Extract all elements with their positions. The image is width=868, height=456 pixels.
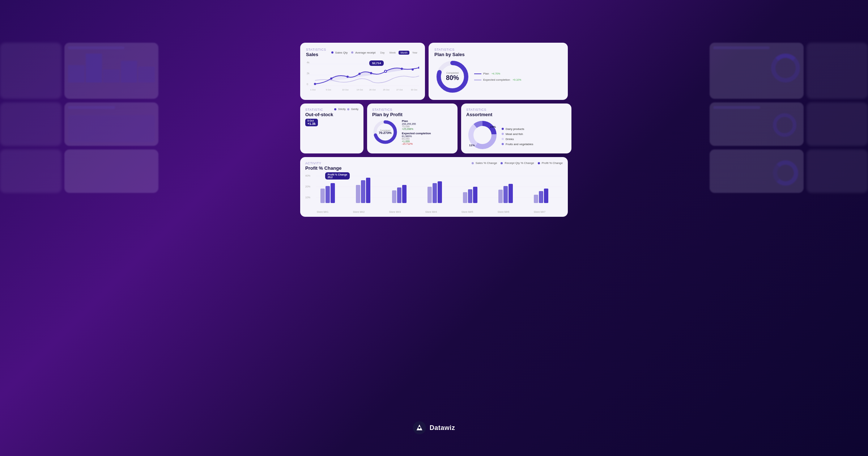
svg-point-7 [330,77,332,80]
legend-label-expected: Expected completion [483,78,510,81]
profit-tooltip-value: 29,2 [328,176,333,178]
legend-plan: Plan +4.70% [474,72,521,75]
plan-completed-label: Completed [446,72,459,74]
svg-rect-57 [544,189,548,203]
assort-title: Assortment [466,112,566,117]
assortment-small-card: Statistics Assortment [461,104,571,153]
oos-dot-strict [334,108,336,110]
far-bg-card-6 [807,149,868,193]
oos-header: Statistic Out-of-stock Strictly Gently [305,108,358,117]
svg-text:Store M#6: Store M#6 [498,211,509,213]
legend-label-profit-chg: Profit % Change [542,161,563,165]
oos-labels: Statistic Out-of-stock [305,108,333,117]
oos-card-label: Statistic [305,108,333,111]
svg-rect-50 [468,189,472,203]
logo-area: Datawiz [413,421,455,434]
pbp-expected-label: Expected completion [402,132,431,135]
oos-tooltip-wrap: 5 Oct+1.3k [305,119,358,126]
legend-val-expected: +9.10% [512,79,521,81]
sales-legend: Sales Qty Average receipt [331,51,376,54]
plan-sales-labels: Statistics Plan by Sales [434,48,465,57]
plan-sales-card: Statistics Plan by Sales Completed 80% [429,43,568,100]
legend-dot-sales-chg [472,162,474,164]
profit-chart-area: Profit % Change 29,2 40% 20% 10% [305,172,563,216]
planbyprofit-card: Statistics Plan by Profit Completed 70.2… [367,104,458,153]
svg-rect-39 [331,183,335,203]
pbp-expected-sub: 64,050 [402,138,431,140]
legend-label-sales: Sales Qty [335,51,348,54]
side-bg-card-3 [64,149,158,193]
assort-donut-wrap: 24% 11% [466,119,499,151]
svg-rect-47 [433,183,437,203]
pbp-plan-label: Plan [402,119,431,123]
pbp-pct: 70.273% [379,131,392,135]
oos-dot-gentle [347,108,349,110]
legend-label-meat: Meat and fish [506,132,523,136]
far-bg-card-2 [0,102,61,146]
legend-dot-meat [502,133,504,135]
far-right-bg [807,43,868,193]
legend-dot-dairy [502,128,504,130]
assort-content: 24% 11% Dairy products Meat and fish [466,119,566,151]
legend-avg-receipt: Average receipt [351,51,375,54]
legend-profit-chg: Profit % Change [538,161,563,165]
plan-sales-donut-wrap: Completed 80% [434,59,471,95]
svg-text:Store M#2: Store M#2 [353,211,365,213]
svg-rect-51 [473,187,477,203]
profit-pct-card: Activity Profit % Change Sales % Change … [300,157,568,217]
outofstock-card: Statistic Out-of-stock Strictly Gently [300,104,363,153]
legend-line-expected [474,80,481,80]
sales-tooltip: $2,714 [369,60,384,66]
svg-text:Store M#5: Store M#5 [461,211,473,213]
far-bg-card-1 [0,43,61,99]
legend-dot-fruits [502,143,504,145]
sales-card-header: Statistics Sales Sales Qty Average recei… [306,48,419,57]
profit-title: Profit % Change [305,165,341,171]
svg-text:Store M#3: Store M#3 [389,211,401,213]
svg-rect-52 [498,190,503,203]
legend-drinks: Drinks [502,138,533,141]
svg-rect-46 [427,187,432,203]
svg-text:14 Oct: 14 Oct [357,89,363,91]
mid-row: Statistic Out-of-stock Strictly Gently [300,104,568,153]
logo-icon [413,421,426,434]
svg-rect-43 [392,190,396,203]
side-bg-card-6 [710,149,804,193]
plan-completed-pct: 80% [446,74,459,82]
legend-receipt-chg: Receipt Qty % Change [501,161,534,165]
profit-header: Activity Profit % Change Sales % Change … [305,161,563,171]
oos-gently: Gently [347,108,358,110]
svg-text:Store M#7: Store M#7 [534,211,545,213]
sales-header-right: Sales Qty Average receipt Day Week Month [331,51,419,55]
sales-label: Statistics [306,48,326,51]
tab-year[interactable]: Year [410,51,419,55]
legend-label-dairy: Dairy products [506,127,524,131]
oos-legend: Strictly Gently [334,108,358,110]
pbp-plan-value: 293,255,355 [402,123,431,125]
plan-sales-legend: Plan +4.70% Expected completion +9.10% [474,72,521,81]
oos-title: Out-of-stock [305,112,333,117]
pbp-info: Plan 293,255,355 75,098 +25,098% Expecte… [402,119,431,145]
tab-day[interactable]: Day [378,51,386,55]
pbp-center: Completed 70.273% [379,129,392,135]
pbp-label: Statistics [372,108,452,111]
svg-point-65 [418,427,421,429]
svg-rect-55 [534,195,538,203]
legend-dot-receipt-chg [501,162,503,164]
svg-point-13 [412,68,414,71]
svg-text:27 Oct: 27 Oct [396,89,403,91]
svg-rect-49 [463,192,467,203]
legend-dairy: Dairy products [502,127,533,131]
plan-sales-content: Completed 80% Plan +4.70% Exp [434,59,562,95]
legend-label-drinks: Drinks [506,138,514,141]
svg-text:1 Oct: 1 Oct [310,89,316,91]
legend-sales-chg: Sales % Change [472,161,497,165]
oos-label-strict: Strictly [338,108,346,110]
far-left-bg [0,43,61,193]
plan-sales-card-label: Statistics [434,48,465,51]
legend-label-fruits: Fruits and vegetables [506,143,533,146]
svg-rect-38 [326,186,330,203]
far-bg-card-3 [0,149,61,193]
tab-month[interactable]: Month [399,51,409,55]
tab-week[interactable]: Week [388,51,398,55]
